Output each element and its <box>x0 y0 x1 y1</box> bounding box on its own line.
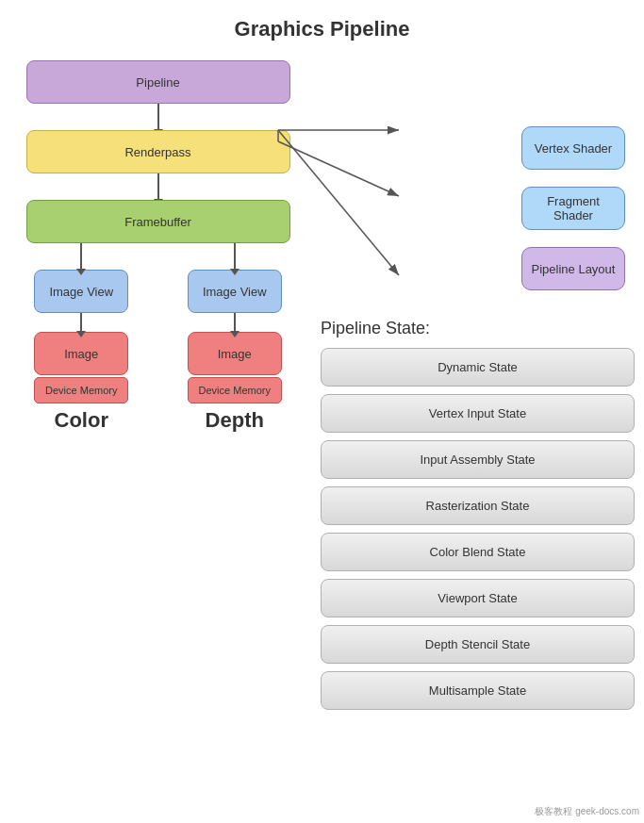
framebuffer-label: Framebuffer <box>124 215 191 229</box>
color-label: Color <box>55 408 108 433</box>
state-btn-5[interactable]: Viewport State <box>321 579 635 617</box>
renderpass-label: Renderpass <box>124 145 190 159</box>
vertex-shader-box: Vertex Shader <box>521 126 625 170</box>
state-btn-0[interactable]: Dynamic State <box>321 348 635 387</box>
pipeline-label: Pipeline <box>136 75 179 90</box>
imageview-color-box: Image View <box>34 270 128 313</box>
renderpass-box: Renderpass <box>26 130 290 173</box>
state-btn-4[interactable]: Color Blend State <box>321 533 635 571</box>
diagram-area: Pipeline Renderpass Fram <box>5 60 311 433</box>
state-btn-1[interactable]: Vertex Input State <box>321 394 635 433</box>
state-btn-2[interactable]: Input Assembly State <box>321 440 635 479</box>
state-btn-3[interactable]: Rasterization State <box>321 486 635 525</box>
image-color-label: Image <box>64 347 98 361</box>
image-depth-label: Image <box>218 347 252 361</box>
pipeline-layout-label: Pipeline Layout <box>532 262 616 276</box>
devmem-color-label: Device Memory <box>45 385 117 396</box>
state-buttons-list: Dynamic StateVertex Input StateInput Ass… <box>321 348 635 710</box>
pipeline-state-title: Pipeline State: <box>321 319 635 338</box>
pipeline-state-section: Pipeline State: Dynamic StateVertex Inpu… <box>321 319 635 710</box>
pipeline-box: Pipeline <box>26 60 290 104</box>
vertex-shader-label: Vertex Shader <box>535 141 612 156</box>
page-title: Graphics Pipeline <box>0 0 644 51</box>
right-panel: Vertex Shader Fragment Shader Pipeline L… <box>321 51 644 727</box>
devmem-depth-label: Device Memory <box>199 385 271 396</box>
pipeline-layout-box: Pipeline Layout <box>521 247 625 290</box>
devmem-color-box: Device Memory <box>34 377 128 403</box>
imageview-depth-box: Image View <box>188 270 282 313</box>
state-btn-6[interactable]: Depth Stencil State <box>321 625 635 664</box>
state-btn-7[interactable]: Multisample State <box>321 671 635 710</box>
watermark: 极客教程 geek-docs.com <box>535 805 639 818</box>
fragment-shader-label: Fragment Shader <box>530 194 617 222</box>
imageview-depth-label: Image View <box>203 285 267 299</box>
framebuffer-box: Framebuffer <box>26 200 290 243</box>
fragment-shader-box: Fragment Shader <box>521 187 625 230</box>
depth-label: Depth <box>206 408 264 433</box>
left-panel: Pipeline Renderpass Fram <box>0 51 321 727</box>
image-depth-box: Image <box>188 332 282 375</box>
image-color-box: Image <box>34 332 128 375</box>
imageview-color-label: Image View <box>49 285 113 299</box>
devmem-depth-box: Device Memory <box>188 377 282 403</box>
